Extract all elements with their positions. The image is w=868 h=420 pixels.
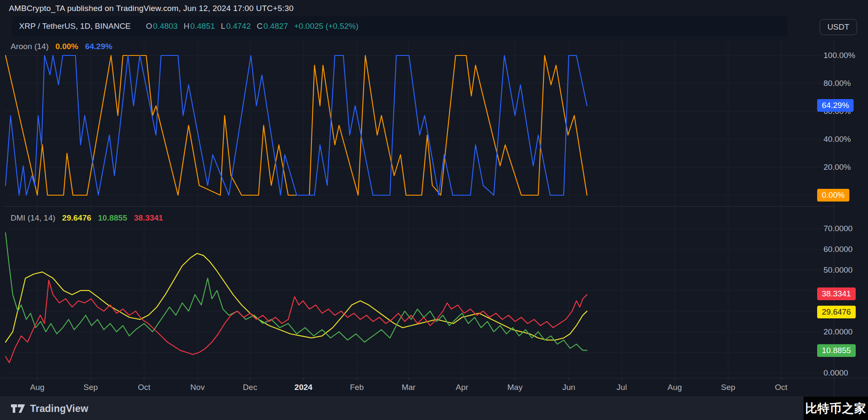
time-axis-label: 2024 — [295, 383, 312, 392]
aroon-series-Aroon Up — [6, 55, 587, 195]
watermark-badge: 比特币之家 — [804, 397, 868, 420]
time-axis-label: Jun — [562, 383, 576, 392]
dmi-series-ADX — [6, 254, 587, 343]
dmi-legend-value: 10.8855 — [98, 213, 127, 222]
chart-plot[interactable] — [0, 0, 868, 420]
dmi-series--DI — [6, 280, 587, 363]
time-axis-label: Oct — [775, 383, 787, 392]
brand-text: TradingView — [30, 403, 88, 414]
aroon-legend-value: 64.29% — [85, 42, 112, 51]
dmi-legend: DMI (14, 14)29.647610.885538.3341 — [11, 213, 163, 223]
time-axis[interactable]: AugSepOctNovDec2024FebMarAprMayJunJulAug… — [0, 378, 868, 397]
time-axis-label: Aug — [668, 383, 682, 392]
tradingview-logo-icon[interactable] — [11, 403, 26, 414]
time-axis-label: Dec — [243, 383, 257, 392]
time-axis-label: Oct — [138, 383, 150, 392]
time-axis-label: Jul — [617, 383, 627, 392]
time-axis-label: Sep — [721, 383, 735, 392]
dmi-legend-title: DMI (14, 14) — [11, 213, 56, 222]
time-axis-label: Feb — [350, 383, 364, 392]
dmi-series-+DI — [6, 233, 587, 351]
aroon-legend-value: 0.00% — [56, 42, 78, 51]
time-axis-label: Mar — [402, 383, 416, 392]
time-axis-label: Apr — [456, 383, 468, 392]
dmi-legend-value: 38.3341 — [134, 213, 163, 222]
dmi-legend-value: 29.6476 — [62, 213, 92, 222]
tradingview-snapshot: AMBCrypto_TA published on TradingView.co… — [0, 0, 868, 420]
aroon-series-Aroon Down — [6, 55, 587, 195]
time-axis-label: May — [507, 383, 523, 392]
aroon-legend-title: Aroon (14) — [11, 42, 49, 51]
aroon-legend: Aroon (14)0.00%64.29% — [11, 42, 112, 51]
time-axis-label: Aug — [30, 383, 45, 392]
time-axis-label: Nov — [190, 383, 205, 392]
time-axis-label: Sep — [83, 383, 98, 392]
footer-bar: TradingView — [0, 397, 868, 420]
